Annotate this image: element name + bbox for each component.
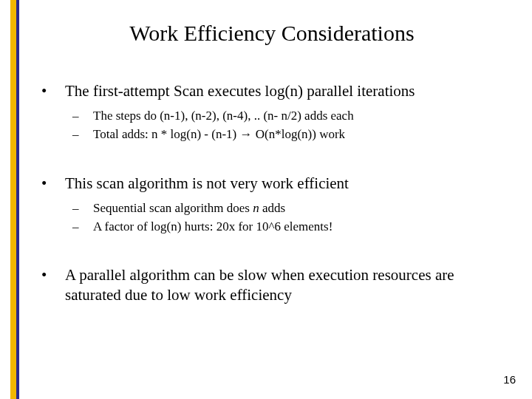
slide-body: Work Efficiency Considerations The first… bbox=[24, 0, 532, 335]
sub-text-part: adds bbox=[259, 201, 285, 215]
decorative-left-stripe bbox=[10, 0, 19, 399]
slide-title: Work Efficiency Considerations bbox=[38, 21, 505, 46]
stripe-blue bbox=[16, 0, 19, 399]
sub-item: A factor of log(n) hurts: 20x for 10^6 e… bbox=[65, 218, 505, 236]
bullet-item: The first-attempt Scan executes log(n) p… bbox=[38, 81, 505, 144]
sub-item: Total adds: n * log(n) - (n-1) → O(n*log… bbox=[65, 126, 505, 144]
sub-item: The steps do (n-1), (n-2), (n-4), .. (n-… bbox=[65, 107, 505, 126]
bullet-item: A parallel algorithm can be slow when ex… bbox=[38, 265, 505, 306]
bullet-text: The first-attempt Scan executes log(n) p… bbox=[65, 82, 415, 100]
sub-item: Sequential scan algorithm does n adds bbox=[65, 200, 505, 218]
sub-text-italic: n bbox=[253, 201, 259, 215]
stripe-yellow bbox=[10, 0, 16, 399]
sub-text-part: Sequential scan algorithm does bbox=[93, 201, 253, 215]
bullet-text: A parallel algorithm can be slow when ex… bbox=[65, 266, 454, 304]
bullet-item: This scan algorithm is not very work eff… bbox=[38, 174, 505, 236]
page-number: 16 bbox=[503, 373, 516, 386]
sub-list: The steps do (n-1), (n-2), (n-4), .. (n-… bbox=[65, 107, 505, 143]
bullet-text: This scan algorithm is not very work eff… bbox=[65, 174, 349, 192]
bullet-list: The first-attempt Scan executes log(n) p… bbox=[38, 81, 505, 306]
sub-list: Sequential scan algorithm does n adds A … bbox=[65, 200, 505, 236]
